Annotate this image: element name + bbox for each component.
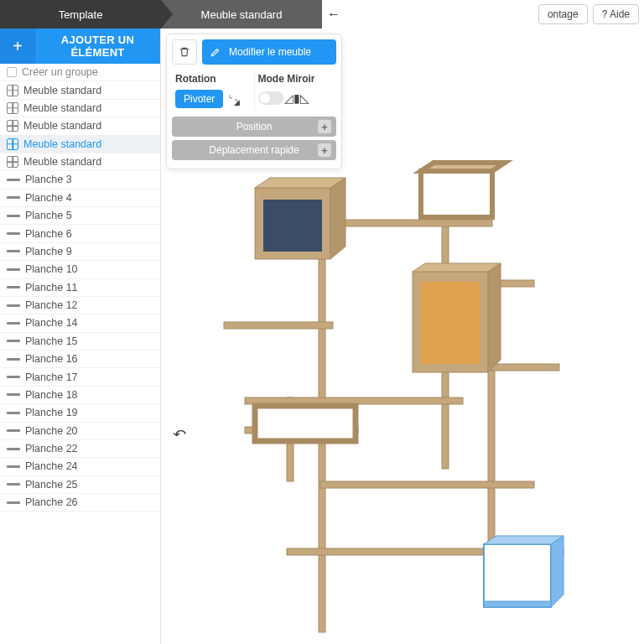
- tree-item-label: Planche 18: [25, 389, 78, 401]
- tree-item[interactable]: Planche 12: [0, 297, 160, 314]
- quick-move-label: Déplacement rapide: [209, 144, 299, 156]
- tree-item[interactable]: Planche 19: [0, 404, 160, 422]
- tree-item-label: Planche 11: [25, 282, 78, 293]
- plank-icon: [7, 304, 20, 307]
- element-tree: Créer un groupeMeuble standardMeuble sta…: [0, 64, 160, 644]
- furniture-icon: [7, 156, 18, 168]
- breadcrumb-current[interactable]: Meuble standard: [161, 0, 322, 29]
- tree-item[interactable]: Planche 17: [0, 368, 160, 386]
- delete-button[interactable]: [172, 39, 197, 65]
- plank-icon: [7, 483, 20, 486]
- tree-item[interactable]: Planche 25: [0, 476, 160, 494]
- tree-item-label: Meuble standard: [23, 156, 101, 168]
- plank-icon: [7, 501, 20, 504]
- help-button[interactable]: ? Aide: [593, 4, 639, 24]
- svg-rect-7: [245, 397, 463, 404]
- tree-item[interactable]: Planche 9: [0, 243, 160, 261]
- svg-rect-21: [421, 282, 480, 364]
- plank-icon: [7, 376, 20, 378]
- tree-item-label: Planche 12: [25, 299, 78, 311]
- rotate-icon[interactable]: ◢: [228, 91, 245, 107]
- tree-item[interactable]: Planche 16: [0, 351, 160, 368]
- viewport[interactable]: Modifier le meuble Rotation Pivoter ◢ Mo: [161, 29, 644, 644]
- tree-item[interactable]: Planche 11: [0, 279, 160, 297]
- svg-marker-17: [421, 163, 505, 171]
- tree-item[interactable]: Planche 4: [0, 190, 160, 207]
- pencil-icon: [209, 45, 222, 59]
- furniture-icon: [7, 85, 18, 96]
- svg-rect-18: [413, 272, 488, 372]
- tree-item[interactable]: Planche 10: [0, 261, 160, 278]
- modify-furniture-button[interactable]: Modifier le meuble: [202, 39, 336, 65]
- svg-marker-13: [255, 178, 345, 188]
- plank-icon: [7, 465, 20, 468]
- tree-item[interactable]: Meuble standard: [0, 100, 160, 117]
- tree-group-item[interactable]: Créer un groupe: [0, 64, 160, 81]
- tree-item-label: Planche 24: [25, 460, 78, 472]
- position-section[interactable]: Position +: [172, 117, 336, 137]
- orbit-icon[interactable]: ↶: [173, 427, 187, 442]
- furniture-icon: [7, 138, 18, 150]
- tree-item-label: Meuble standard: [23, 120, 101, 132]
- tree-item-label: Planche 4: [25, 192, 72, 204]
- plank-icon: [7, 448, 20, 450]
- breadcrumb-root[interactable]: Template: [0, 0, 161, 29]
- svg-rect-8: [245, 427, 358, 434]
- tree-item[interactable]: Meuble standard: [0, 153, 160, 171]
- tree-item-label: Planche 9: [25, 246, 72, 257]
- tree-item-label: Planche 3: [25, 174, 72, 185]
- tree-item[interactable]: Meuble standard: [0, 136, 160, 153]
- tree-item[interactable]: Planche 26: [0, 494, 160, 512]
- svg-marker-24: [484, 536, 564, 544]
- svg-rect-3: [287, 397, 293, 481]
- tree-item-label: Meuble standard: [23, 102, 101, 114]
- svg-rect-4: [224, 322, 333, 329]
- add-element-label: AJOUTER UN ÉLÉMENT: [35, 34, 160, 59]
- svg-rect-23: [484, 544, 551, 607]
- pivot-button[interactable]: Pivoter: [175, 90, 223, 108]
- plank-icon: [7, 250, 20, 252]
- back-arrow-icon[interactable]: ←: [322, 0, 345, 29]
- tree-item[interactable]: Planche 18: [0, 387, 160, 404]
- tree-item[interactable]: Planche 3: [0, 171, 160, 189]
- tree-item-label: Planche 17: [25, 371, 78, 383]
- tree-item[interactable]: Planche 6: [0, 225, 160, 242]
- sidebar: + AJOUTER UN ÉLÉMENT Créer un groupeMeub…: [0, 29, 161, 644]
- plank-icon: [7, 232, 20, 235]
- tree-item[interactable]: Meuble standard: [0, 81, 160, 99]
- mirror-toggle[interactable]: [258, 91, 283, 105]
- tree-item-label: Planche 10: [25, 263, 78, 275]
- svg-rect-16: [421, 171, 492, 217]
- quick-move-section[interactable]: Déplacement rapide +: [172, 140, 336, 160]
- plank-icon: [7, 179, 20, 181]
- svg-marker-20: [488, 263, 501, 372]
- tree-item[interactable]: Meuble standard: [0, 117, 160, 135]
- plank-icon: [7, 358, 20, 361]
- furniture-icon: [7, 102, 18, 114]
- add-element-button[interactable]: + AJOUTER UN ÉLÉMENT: [0, 29, 160, 64]
- plank-icon: [7, 196, 20, 199]
- modify-label: Modifier le meuble: [229, 46, 311, 58]
- svg-rect-9: [320, 481, 534, 488]
- tree-item-label: Planche 14: [25, 317, 78, 329]
- expand-icon: +: [318, 143, 331, 157]
- tree-item-label: Planche 16: [25, 353, 78, 365]
- tree-item[interactable]: Planche 5: [0, 207, 160, 225]
- plus-icon: +: [0, 29, 35, 64]
- svg-rect-11: [438, 364, 559, 371]
- group-icon: [7, 67, 17, 77]
- svg-marker-19: [413, 263, 501, 272]
- tree-item[interactable]: Planche 22: [0, 440, 160, 458]
- tool-panel: Modifier le meuble Rotation Pivoter ◢ Mo: [166, 34, 342, 169]
- montage-button[interactable]: ontage: [538, 4, 588, 24]
- svg-rect-26: [484, 601, 551, 607]
- tree-item[interactable]: Planche 15: [0, 333, 160, 351]
- plank-icon: [7, 215, 20, 217]
- svg-rect-22: [255, 406, 356, 441]
- tree-item[interactable]: Planche 20: [0, 423, 160, 440]
- mirror-icon: ◿▮◺: [288, 90, 305, 106]
- svg-rect-1: [442, 217, 449, 469]
- tree-item-label: Planche 20: [25, 425, 78, 437]
- tree-item[interactable]: Planche 24: [0, 458, 160, 475]
- tree-item[interactable]: Planche 14: [0, 314, 160, 332]
